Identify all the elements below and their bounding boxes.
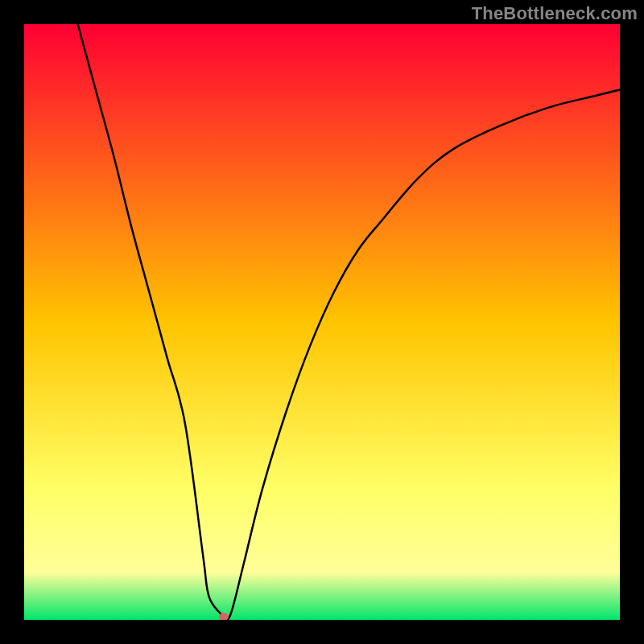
watermark-text: TheBottleneck.com <box>472 3 638 24</box>
chart-frame: TheBottleneck.com <box>0 0 644 644</box>
bottleneck-chart <box>24 24 620 620</box>
